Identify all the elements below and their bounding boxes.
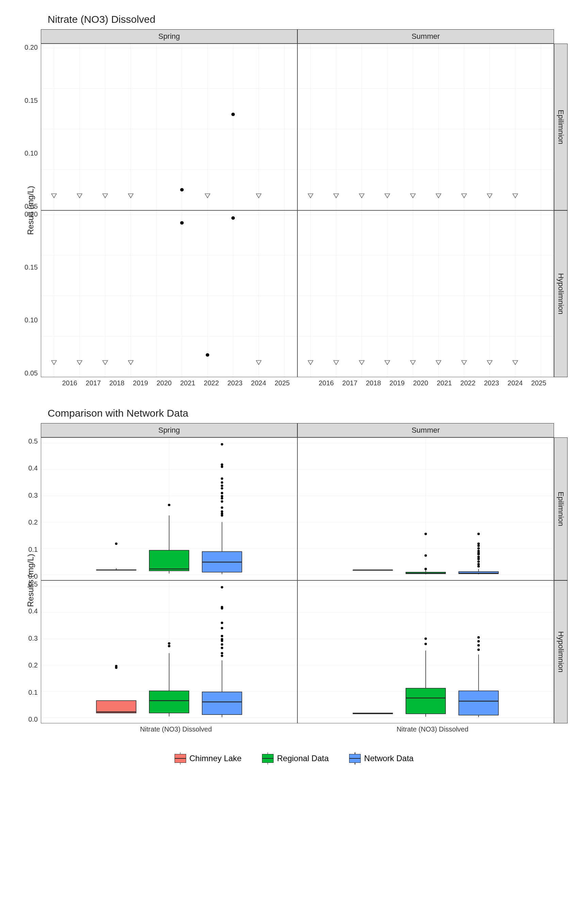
svg-point-91	[221, 484, 223, 487]
svg-point-161	[221, 635, 223, 637]
row-strip-hypo: Hypolimnion	[554, 210, 568, 377]
panel-summer-epi	[297, 44, 554, 210]
yaxis-ticks: 0.20 0.15 0.10 0.05	[22, 44, 39, 210]
yaxis-ticks: 0.20 0.15 0.10 0.05	[22, 210, 39, 377]
legend-item-regional: Regional Data	[262, 753, 329, 763]
panel-box-spring-epi	[41, 437, 297, 580]
svg-point-44	[180, 221, 183, 225]
svg-point-77	[168, 504, 170, 506]
svg-point-150	[168, 642, 170, 645]
panel-box-spring-hypo	[41, 580, 297, 723]
svg-point-122	[477, 560, 480, 563]
legend-label: Network Data	[364, 753, 414, 763]
row-strip-epi: Epilimnion	[554, 44, 568, 210]
col-strip-summer: Summer	[297, 29, 554, 44]
svg-point-166	[221, 586, 223, 588]
svg-rect-180	[406, 688, 446, 714]
svg-point-189	[477, 644, 480, 647]
svg-point-89	[221, 492, 223, 494]
svg-point-96	[221, 463, 223, 466]
svg-point-131	[477, 533, 480, 535]
legend-item-chimney: Chimney Lake	[174, 753, 242, 763]
svg-point-113	[424, 568, 427, 570]
svg-point-46	[231, 216, 235, 220]
svg-point-72	[115, 543, 117, 545]
svg-rect-153	[202, 692, 242, 715]
svg-point-114	[424, 554, 427, 557]
svg-point-190	[477, 640, 480, 643]
svg-point-129	[477, 545, 480, 547]
svg-rect-75	[149, 550, 189, 571]
legend-key-icon	[349, 754, 361, 763]
svg-point-162	[221, 627, 223, 629]
svg-point-120	[477, 565, 480, 567]
svg-point-127	[477, 550, 480, 552]
xaxis-spring: 2016201720182019202020212022202320242025	[41, 377, 297, 387]
xaxis-box-spring: Nitrate (NO3) Dissolved	[41, 723, 297, 733]
svg-point-15	[231, 113, 235, 116]
svg-point-123	[477, 558, 480, 560]
svg-point-84	[221, 510, 223, 512]
legend-label: Regional Data	[277, 753, 329, 763]
svg-point-183	[424, 638, 427, 640]
legend-key-icon	[174, 754, 186, 763]
svg-point-155	[221, 655, 223, 657]
svg-point-165	[221, 606, 223, 608]
svg-point-130	[477, 543, 480, 545]
svg-point-160	[221, 638, 223, 640]
timeseries-title: Nitrate (NO3) Dissolved	[48, 14, 568, 25]
svg-point-188	[477, 648, 480, 651]
svg-point-86	[221, 500, 223, 503]
svg-point-128	[477, 547, 480, 550]
svg-point-83	[221, 512, 223, 515]
svg-point-94	[221, 466, 223, 468]
svg-point-97	[221, 443, 223, 446]
svg-point-182	[424, 643, 427, 645]
svg-point-14	[180, 188, 183, 192]
boxplot-chart: Comparison with Network Data Results (mg…	[20, 407, 568, 733]
timeseries-chart: Nitrate (NO3) Dissolved Result (mg/L) Sp…	[20, 14, 568, 387]
panel-box-summer-hypo	[297, 580, 554, 723]
svg-point-157	[221, 647, 223, 649]
row-strip-epi: Epilimnion	[554, 437, 568, 580]
svg-point-45	[206, 353, 209, 357]
panel-summer-hypo	[297, 210, 554, 377]
svg-point-149	[168, 645, 170, 647]
svg-point-124	[477, 556, 480, 558]
svg-point-92	[221, 481, 223, 484]
svg-rect-141	[96, 700, 136, 713]
svg-point-87	[221, 497, 223, 500]
yaxis-ticks: 0.5 0.4 0.3 0.2 0.1 0.0	[22, 437, 39, 580]
svg-rect-186	[459, 691, 499, 715]
row-strip-hypo: Hypolimnion	[554, 580, 568, 723]
legend: Chimney Lake Regional Data Network Data	[20, 753, 568, 763]
panel-spring-hypo	[41, 210, 297, 377]
svg-point-93	[221, 477, 223, 480]
svg-point-158	[221, 643, 223, 646]
svg-point-121	[477, 563, 480, 566]
svg-point-191	[477, 636, 480, 639]
legend-label: Chimney Lake	[189, 753, 242, 763]
legend-key-icon	[262, 754, 274, 763]
legend-item-network: Network Data	[349, 753, 414, 763]
xaxis-box-summer: Nitrate (NO3) Dissolved	[297, 723, 554, 733]
svg-point-88	[221, 495, 223, 497]
svg-rect-147	[149, 691, 189, 713]
panel-box-summer-epi	[297, 437, 554, 580]
boxplot-title: Comparison with Network Data	[48, 407, 568, 419]
svg-point-156	[221, 652, 223, 654]
col-strip-summer: Summer	[297, 423, 554, 437]
col-strip-spring: Spring	[41, 423, 297, 437]
col-strip-spring: Spring	[41, 29, 297, 44]
svg-point-90	[221, 487, 223, 490]
yaxis-ticks: 0.5 0.4 0.3 0.2 0.1 0.0	[22, 580, 39, 723]
svg-point-163	[221, 622, 223, 624]
svg-point-115	[424, 533, 427, 535]
panel-spring-epi	[41, 44, 297, 210]
svg-point-85	[221, 506, 223, 509]
svg-point-144	[115, 665, 117, 667]
xaxis-summer: 2016201720182019202020212022202320242025	[297, 377, 554, 387]
